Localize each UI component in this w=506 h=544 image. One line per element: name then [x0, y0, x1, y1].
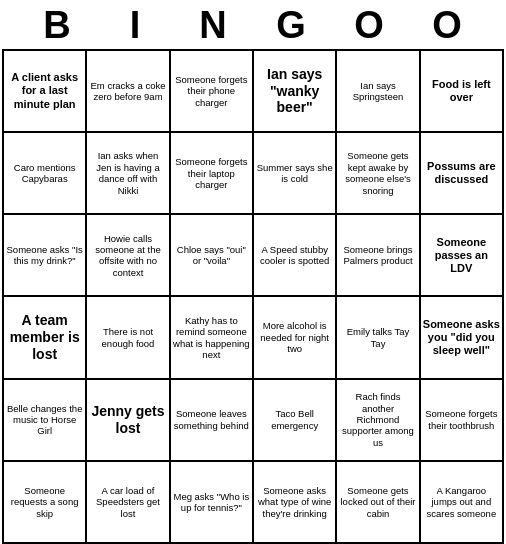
bingo-cell-0[interactable]: A client asks for a last minute plan — [3, 50, 86, 132]
letter-o2: O — [409, 4, 487, 47]
bingo-title: B I N G O O — [0, 0, 506, 49]
bingo-cell-1[interactable]: Em cracks a coke zero before 9am — [86, 50, 169, 132]
bingo-cell-7[interactable]: Ian asks when Jen is having a dance off … — [86, 132, 169, 214]
bingo-cell-25[interactable]: Jenny gets lost — [86, 379, 169, 461]
bingo-cell-18[interactable]: A team member is lost — [3, 296, 86, 378]
bingo-cell-33[interactable]: Someone asks what type of wine they're d… — [253, 461, 336, 543]
bingo-cell-14[interactable]: Chloe says "oui" or "voila" — [170, 214, 253, 296]
bingo-cell-26[interactable]: Someone leaves something behind — [170, 379, 253, 461]
bingo-cell-8[interactable]: Someone forgets their laptop charger — [170, 132, 253, 214]
letter-b: B — [19, 4, 97, 47]
bingo-cell-17[interactable]: Someone passes an LDV — [420, 214, 503, 296]
bingo-cell-31[interactable]: A car load of Speedsters get lost — [86, 461, 169, 543]
bingo-cell-2[interactable]: Someone forgets their phone charger — [170, 50, 253, 132]
bingo-cell-3[interactable]: Ian says "wanky beer" — [253, 50, 336, 132]
bingo-cell-11[interactable]: Possums are discussed — [420, 132, 503, 214]
letter-g: G — [253, 4, 331, 47]
bingo-cell-21[interactable]: More alcohol is needed for night two — [253, 296, 336, 378]
letter-i: I — [97, 4, 175, 47]
bingo-cell-22[interactable]: Emily talks Tay Tay — [336, 296, 419, 378]
bingo-cell-30[interactable]: Someone requests a song skip — [3, 461, 86, 543]
bingo-cell-9[interactable]: Summer says she is cold — [253, 132, 336, 214]
bingo-cell-16[interactable]: Someone brings Palmers product — [336, 214, 419, 296]
bingo-grid: A client asks for a last minute planEm c… — [2, 49, 504, 544]
letter-o1: O — [331, 4, 409, 47]
bingo-cell-4[interactable]: Ian says Springsteen — [336, 50, 419, 132]
bingo-cell-27[interactable]: Taco Bell emergency — [253, 379, 336, 461]
bingo-cell-24[interactable]: Belle changes the music to Horse Girl — [3, 379, 86, 461]
bingo-cell-28[interactable]: Rach finds another Richmond supporter am… — [336, 379, 419, 461]
bingo-cell-10[interactable]: Someone gets kept awake by someone else'… — [336, 132, 419, 214]
bingo-cell-20[interactable]: Kathy has to remind someone what is happ… — [170, 296, 253, 378]
bingo-cell-5[interactable]: Food is left over — [420, 50, 503, 132]
bingo-cell-12[interactable]: Someone asks "Is this my drink?" — [3, 214, 86, 296]
bingo-cell-35[interactable]: A Kangaroo jumps out and scares someone — [420, 461, 503, 543]
letter-n: N — [175, 4, 253, 47]
bingo-cell-29[interactable]: Someone forgets their toothbrush — [420, 379, 503, 461]
bingo-cell-15[interactable]: A Speed stubby cooler is spotted — [253, 214, 336, 296]
bingo-cell-23[interactable]: Someone asks you "did you sleep well" — [420, 296, 503, 378]
bingo-cell-34[interactable]: Someone gets locked out of their cabin — [336, 461, 419, 543]
bingo-cell-32[interactable]: Meg asks "Who is up for tennis?" — [170, 461, 253, 543]
bingo-cell-13[interactable]: Howie calls someone at the offsite with … — [86, 214, 169, 296]
bingo-cell-6[interactable]: Caro mentions Capybaras — [3, 132, 86, 214]
bingo-cell-19[interactable]: There is not enough food — [86, 296, 169, 378]
